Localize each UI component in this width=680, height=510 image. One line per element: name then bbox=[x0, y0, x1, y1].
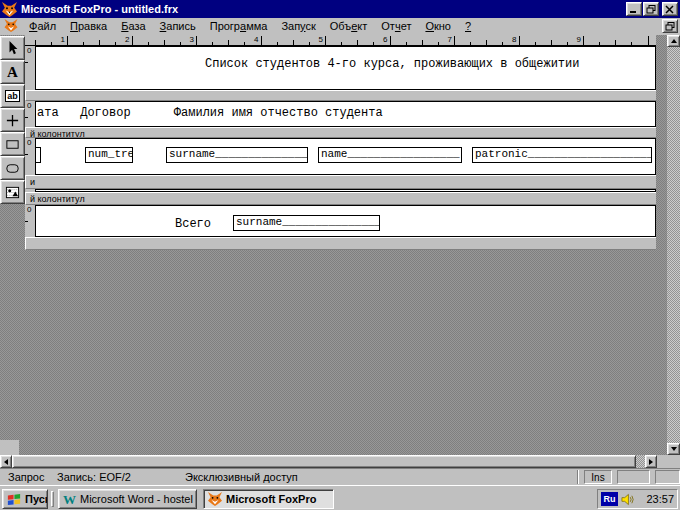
ruler-tick bbox=[325, 36, 326, 45]
field-tool[interactable]: ab bbox=[0, 84, 25, 108]
rounded-rectangle-tool[interactable] bbox=[0, 156, 25, 180]
start-button[interactable]: Пуск bbox=[2, 489, 48, 509]
taskbar-grip bbox=[51, 491, 54, 507]
band-bar-page-header[interactable]: й колонтитул bbox=[25, 127, 656, 138]
ruler-tick bbox=[83, 42, 84, 45]
ruler-number: 1 bbox=[61, 35, 66, 45]
horizontal-scrollbar bbox=[0, 455, 680, 468]
word-icon: W bbox=[63, 493, 76, 506]
windows-logo-icon bbox=[7, 492, 21, 506]
page-header-canvas[interactable]: ата Договор Фамилия имя отчество студент… bbox=[35, 101, 656, 127]
foxpro-button-label: Microsoft FoxPro bbox=[226, 493, 316, 505]
ruler-number: 7 bbox=[448, 35, 453, 45]
band-bar-summary[interactable] bbox=[25, 237, 656, 250]
volume-icon[interactable] bbox=[621, 493, 634, 506]
menu-item-7[interactable]: Отчет bbox=[374, 19, 418, 33]
horizontal-scroll-thumb[interactable] bbox=[12, 455, 636, 468]
ruler-tick bbox=[261, 36, 262, 45]
field-patronic[interactable]: patronic___________________ bbox=[472, 147, 652, 163]
ruler-number: 9 bbox=[577, 35, 582, 45]
horizontal-scroll-track[interactable] bbox=[636, 455, 645, 468]
band-bar-title[interactable] bbox=[25, 90, 656, 101]
menu-item-2[interactable]: База bbox=[114, 19, 152, 33]
scroll-down-button[interactable] bbox=[667, 443, 680, 455]
taskbar-clock[interactable]: 23:57 bbox=[646, 493, 674, 505]
field-surname[interactable]: surname______________ bbox=[166, 147, 308, 163]
restore-button[interactable] bbox=[643, 2, 659, 16]
right-arrow-icon bbox=[649, 459, 656, 465]
picture-icon bbox=[5, 185, 20, 200]
taskbar: Пуск W Microsoft Word - hostel Microsoft… bbox=[0, 485, 680, 510]
menu-item-4[interactable]: Программа bbox=[203, 19, 275, 33]
ruler-tick bbox=[502, 42, 503, 45]
pointer-tool[interactable] bbox=[0, 36, 25, 60]
ruler-tick bbox=[244, 42, 245, 45]
menu-item-8[interactable]: Окно bbox=[418, 19, 458, 33]
summary-field-surname[interactable]: surname_______________ bbox=[233, 215, 380, 231]
taskbar-foxpro-button[interactable]: Microsoft FoxPro bbox=[203, 489, 334, 509]
page-footer-band bbox=[25, 189, 656, 192]
vertical-scroll-track[interactable] bbox=[667, 47, 680, 443]
ruler-number: 4 bbox=[254, 35, 259, 45]
ruler-tick bbox=[519, 36, 520, 45]
field-name[interactable]: name_________________ bbox=[318, 147, 462, 163]
clipped-field-box[interactable] bbox=[35, 147, 41, 163]
ruler-tick bbox=[470, 42, 471, 45]
ruler-number: 5 bbox=[319, 35, 324, 45]
status-divider bbox=[577, 470, 579, 484]
document-fox-icon[interactable] bbox=[4, 19, 19, 33]
report-toolbox: A ab bbox=[0, 36, 25, 204]
status-panel-empty-2 bbox=[655, 470, 680, 484]
menu-bar: ФайлПравкаБазаЗаписьПрограммаЗапускОбъек… bbox=[0, 18, 680, 34]
ruler-tick bbox=[583, 36, 584, 45]
line-tool[interactable] bbox=[0, 108, 25, 132]
detail-band-canvas[interactable]: num_tre surname______________ name______… bbox=[35, 138, 656, 175]
menu-item-0[interactable]: Файл bbox=[22, 19, 63, 33]
rectangle-tool[interactable] bbox=[0, 132, 25, 156]
summary-band-canvas[interactable]: Всего surname_______________ bbox=[35, 205, 656, 237]
menu-item-5[interactable]: Запуск bbox=[274, 19, 322, 33]
minimize-button[interactable] bbox=[626, 2, 642, 16]
pointer-icon bbox=[6, 41, 20, 55]
ruler-tick bbox=[631, 42, 632, 45]
ruler-tick bbox=[551, 40, 552, 45]
field-num-tre[interactable]: num_tre bbox=[85, 147, 133, 163]
ruler-number: 6 bbox=[383, 35, 388, 45]
toolbox-bottom-spacer bbox=[0, 440, 19, 455]
vertical-ruler-title: 0 bbox=[25, 46, 35, 90]
column-headers-text[interactable]: ата Договор Фамилия имя отчество студент… bbox=[37, 107, 383, 119]
close-button[interactable] bbox=[662, 2, 678, 16]
text-tool[interactable]: A bbox=[0, 60, 25, 84]
taskbar-word-button[interactable]: W Microsoft Word - hostel bbox=[58, 489, 197, 509]
title-band-canvas[interactable]: Список студентов 4-го курса, проживающих… bbox=[35, 46, 656, 90]
window-title: Microsoft FoxPro - untitled.frx bbox=[21, 3, 625, 15]
menu-item-3[interactable]: Запись bbox=[153, 19, 203, 33]
ruler-tick bbox=[422, 40, 423, 45]
start-label: Пуск bbox=[25, 493, 48, 505]
vertical-ruler-detail: 0 bbox=[25, 138, 35, 175]
band-bar-detail[interactable]: и bbox=[25, 175, 656, 189]
ruler-tick bbox=[148, 42, 149, 45]
mdi-restore-button[interactable] bbox=[662, 19, 678, 33]
vertical-ruler-header: 0 bbox=[25, 101, 35, 127]
menu-item-1[interactable]: Правка bbox=[63, 19, 114, 33]
menu-item-6[interactable]: Объект bbox=[323, 19, 374, 33]
ruler-tick bbox=[406, 42, 407, 45]
scroll-up-button[interactable] bbox=[667, 35, 680, 47]
microsoft-foxpro-window: Microsoft FoxPro - untitled.frx ФайлПрав… bbox=[0, 0, 680, 510]
ruler-tick bbox=[132, 36, 133, 45]
scroll-right-button[interactable] bbox=[645, 455, 657, 468]
ruler-tick bbox=[212, 42, 213, 45]
picture-tool[interactable] bbox=[0, 180, 25, 204]
report-title-text[interactable]: Список студентов 4-го курса, проживающих… bbox=[205, 58, 579, 70]
language-indicator[interactable]: Ru bbox=[601, 492, 618, 506]
menu-item-9[interactable]: ? bbox=[458, 19, 478, 33]
page-footer-canvas[interactable] bbox=[35, 189, 656, 192]
vertical-scrollbar bbox=[667, 35, 680, 455]
band-bar-page-footer[interactable]: й колонтитул bbox=[25, 192, 656, 205]
scroll-left-button[interactable] bbox=[0, 455, 12, 468]
summary-label[interactable]: Всего bbox=[175, 218, 211, 230]
ruler-tick bbox=[599, 42, 600, 45]
ruler-tick bbox=[228, 40, 229, 45]
title-bar: Microsoft FoxPro - untitled.frx bbox=[0, 0, 680, 18]
